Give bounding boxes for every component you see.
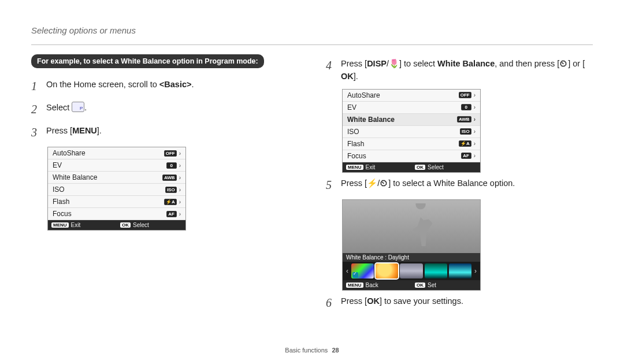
ok-button-label: OK [341, 70, 354, 83]
chevron-right-icon: › [474, 128, 476, 135]
step-4: 4 Press [DISP/🌷] to select White Balance… [326, 57, 593, 83]
wb-option-cloudy [400, 263, 422, 278]
menu-row-label: White Balance [347, 116, 395, 124]
menu-tag: MENU [51, 222, 69, 228]
menu-row-value: 0 [166, 162, 177, 169]
segment: ] to select [399, 59, 437, 68]
chevron-right-icon: › [179, 187, 181, 193]
wb-option-daylight [376, 263, 398, 278]
menu-row-ev: EV 0› [343, 102, 480, 114]
scroll-left-icon: ‹ [345, 267, 350, 275]
segment: OK [341, 70, 354, 83]
ok-tag: OK [415, 165, 425, 170]
wb-preview-screenshot: White Balance : Daylight ‹ › MENUBack OK… [342, 199, 481, 291]
camera-menu-screenshot: AutoShare OFF› EV 0› White Balance AWB› … [47, 147, 186, 231]
white-balance-label: White Balance [437, 59, 495, 68]
menu-row-white-balance-selected: White Balance AWB› [343, 114, 480, 126]
menu-row-label: EV [347, 103, 356, 112]
right-column: 4 Press [DISP/🌷] to select White Balance… [326, 54, 593, 317]
footer-text: Back [366, 282, 378, 288]
step-text: Select . [46, 101, 87, 114]
footer-text: Exit [71, 222, 81, 228]
macro-button-icon: 🌷 [389, 58, 399, 70]
chevron-right-icon: › [179, 211, 181, 217]
page-footer: Basic functions 28 [0, 347, 624, 354]
step-text: Press [OK] to save your settings. [341, 294, 463, 308]
segment: Press [ [341, 296, 367, 306]
menu-row-autoshare: AutoShare OFF› [343, 90, 480, 102]
menu-row-label: ISO [347, 128, 359, 136]
ok-button-label: OK [367, 295, 380, 308]
segment: Press [ [341, 179, 367, 188]
person-silhouette-icon [395, 203, 447, 253]
step-5: 5 Press [⚡/⏲] to select a White Balance … [326, 176, 593, 194]
camera-menu-footer: MENUExit OKSelect [48, 220, 185, 230]
disp-button-label: DISP [367, 58, 387, 70]
segment: Press [ [46, 126, 72, 135]
menu-tag: MENU [346, 165, 363, 170]
segment: ⏲ [559, 58, 568, 70]
segment: DISP [367, 58, 387, 70]
menu-row-label: Flash [347, 140, 364, 148]
menu-row-value: ISO [460, 128, 471, 135]
step-number: 6 [326, 294, 335, 311]
step-1: 1 On the Home screen, scroll to <Basic>. [31, 77, 298, 95]
segment: On the Home screen, scroll to [46, 80, 159, 89]
segment: ⏲ [380, 177, 388, 190]
segment: MENU [72, 125, 97, 138]
menu-row-flash: Flash ⚡A› [48, 196, 185, 208]
chevron-right-icon: › [179, 162, 181, 169]
section-name: Basic functions [285, 347, 328, 354]
chevron-right-icon: › [474, 140, 476, 147]
chevron-right-icon: › [179, 199, 181, 205]
wb-option-fluorescent-l [449, 263, 471, 278]
preview-image [343, 200, 480, 253]
segment: ] or [ [568, 59, 585, 68]
step-2: 2 Select . [31, 101, 298, 118]
menu-button-label: MENU [72, 125, 97, 138]
segment: ] to save your settings. [380, 296, 463, 306]
menu-row-label: Flash [53, 198, 69, 206]
menu-row-autoshare: AutoShare OFF› [48, 147, 185, 159]
page-number: 28 [332, 347, 339, 354]
menu-row-label: Focus [53, 210, 72, 218]
segment: ]. [97, 126, 102, 135]
menu-row-label: Focus [347, 152, 366, 160]
menu-row-focus: Focus AF› [343, 150, 480, 162]
program-mode-icon [72, 102, 84, 112]
step-number: 3 [31, 124, 40, 141]
menu-row-white-balance: White Balance AWB› [48, 172, 185, 184]
menu-row-ev: EV 0› [48, 159, 185, 172]
chevron-right-icon: › [474, 104, 476, 110]
menu-row-value: 0 [461, 104, 471, 110]
footer-text: Select [133, 222, 149, 228]
ok-tag: OK [120, 222, 131, 228]
camera-menu-footer: MENUExit OKSelect [343, 162, 480, 172]
wb-option-fluorescent-h [425, 263, 447, 278]
menu-row-value: OFF [164, 150, 177, 157]
footer-text: Exit [366, 164, 376, 170]
chevron-right-icon: › [474, 153, 476, 159]
menu-row-label: White Balance [53, 173, 97, 181]
step-text: Press [⚡/⏲] to select a White Balance op… [341, 176, 515, 190]
camera-menu-wb-selected: AutoShare OFF› EV 0› White Balance AWB› … [342, 89, 481, 173]
step-number: 4 [326, 57, 335, 74]
check-icon [352, 272, 358, 278]
step-text: Press [DISP/🌷] to select White Balance, … [341, 57, 593, 83]
menu-row-label: EV [53, 161, 62, 169]
chevron-right-icon: › [179, 150, 181, 157]
step-number: 2 [31, 101, 40, 118]
menu-row-label: AutoShare [53, 149, 86, 157]
wb-mode-label: White Balance : Daylight [343, 253, 480, 262]
segment: OK [367, 295, 380, 308]
menu-row-iso: ISO ISO› [48, 184, 185, 196]
step-6: 6 Press [OK] to save your settings. [326, 294, 593, 311]
flash-button-icon: ⚡ [367, 177, 377, 190]
segment: . [191, 80, 194, 89]
menu-row-iso: ISO ISO› [343, 126, 480, 138]
menu-row-value: AF [166, 211, 177, 217]
segment: . [84, 103, 87, 112]
menu-row-value: ⚡A [164, 199, 177, 205]
menu-tag: MENU [346, 283, 363, 288]
chevron-right-icon: › [474, 116, 476, 122]
